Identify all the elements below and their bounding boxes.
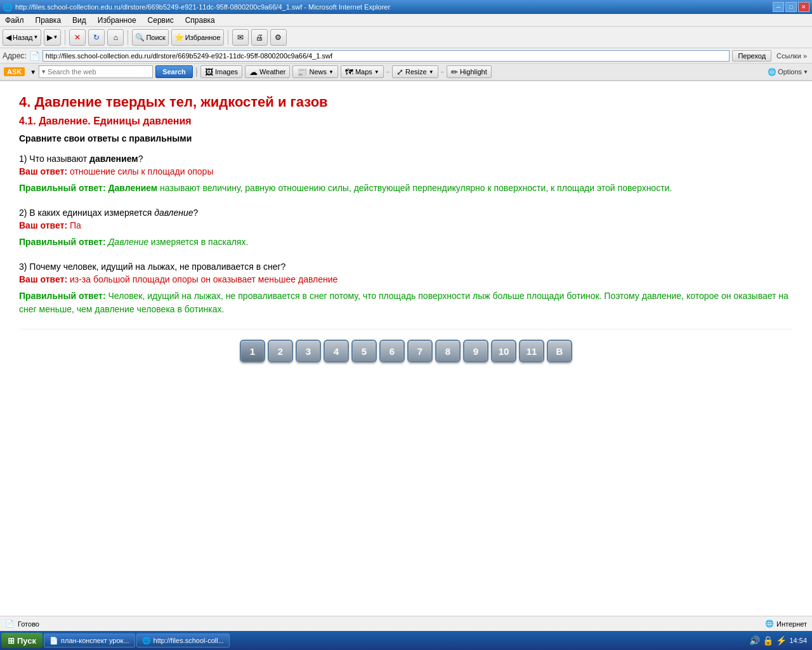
nav-btn-3[interactable]: 3 xyxy=(296,340,321,362)
toolbar-separator-1 xyxy=(65,30,65,45)
news-button[interactable]: 📰 News ▼ xyxy=(292,65,337,78)
title-bar-left: 🌐 http://files.school-collection.edu.ru/… xyxy=(3,3,390,12)
minimize-button[interactable]: ─ xyxy=(773,2,784,12)
correct-text-3: Человек, идущий на лыжах, не проваливает… xyxy=(19,291,789,314)
print-icon: 🖨 xyxy=(256,33,263,42)
nav-btn-2[interactable]: 2 xyxy=(268,340,293,362)
highlight-button[interactable]: ✏ Highlight xyxy=(447,65,492,78)
images-icon: 🖼 xyxy=(205,67,213,77)
nav-btn-В[interactable]: В xyxy=(547,340,572,362)
home-button[interactable]: ⌂ xyxy=(107,29,124,46)
toolbar-separator-2 xyxy=(128,30,128,45)
ask-toolbar-sep3: - xyxy=(441,66,444,77)
browser-toolbar: ◀ Назад ▼ ▶ ▼ ✕ ↻ ⌂ 🔍 Поиск ⭐ Избранное … xyxy=(0,27,812,48)
address-input[interactable] xyxy=(43,50,730,62)
refresh-button[interactable]: ↻ xyxy=(88,29,105,46)
search-input-dropdown[interactable]: ▼ xyxy=(41,69,46,75)
search-toolbar-label: Поиск xyxy=(146,34,165,41)
nav-btn-4[interactable]: 4 xyxy=(324,340,349,362)
nav-btn-9[interactable]: 9 xyxy=(463,340,488,362)
menu-help[interactable]: Справка xyxy=(183,15,218,26)
links-button[interactable]: Ссылки » xyxy=(774,52,809,60)
nav-btn-8[interactable]: 8 xyxy=(435,340,461,362)
correct-text-2: измеряется в паскалях. xyxy=(151,237,248,247)
menu-file[interactable]: Файл xyxy=(3,15,27,26)
correct-answer-label-3: Правильный ответ: xyxy=(19,291,106,301)
nav-btn-5[interactable]: 5 xyxy=(351,340,377,362)
options-icon: 🌐 xyxy=(768,68,776,76)
nav-btn-11[interactable]: 11 xyxy=(519,340,544,362)
user-answer-3: Ваш ответ: из-за большой площади опоры о… xyxy=(19,274,793,284)
resize-button[interactable]: ⤢ Resize ▼ xyxy=(392,65,438,78)
window-title: http://files.school-collection.edu.ru/dl… xyxy=(15,3,390,11)
toolbar-dropdown-icon[interactable]: ▼ xyxy=(30,69,36,76)
maximize-button[interactable]: □ xyxy=(785,2,797,12)
stop-button[interactable]: ✕ xyxy=(69,29,86,46)
options-label: Options xyxy=(778,68,802,76)
options-button[interactable]: 🌐 Options ▼ xyxy=(768,68,808,76)
options-dropdown-icon[interactable]: ▼ xyxy=(803,69,808,75)
resize-dropdown-icon[interactable]: ▼ xyxy=(429,69,434,75)
menu-edit[interactable]: Правка xyxy=(33,15,64,26)
nav-btn-7[interactable]: 7 xyxy=(407,340,433,362)
address-bar: Адрес: 📄 Переход Ссылки » xyxy=(0,48,812,63)
go-button[interactable]: Переход xyxy=(732,50,771,62)
search-button[interactable]: Search xyxy=(155,65,193,78)
mail-button[interactable]: ✉ xyxy=(232,29,249,46)
search-toolbar-button[interactable]: 🔍 Поиск xyxy=(132,29,168,46)
user-answer-text-2: Па xyxy=(70,220,81,230)
correct-answer-3: Правильный ответ: Человек, идущий на лыж… xyxy=(19,289,793,316)
maps-button[interactable]: 🗺 Maps ▼ xyxy=(341,65,384,78)
back-dropdown-icon[interactable]: ▼ xyxy=(34,34,39,40)
search-input-wrap: ▼ xyxy=(39,65,153,78)
question-text-1: 1) Что называют давлением? xyxy=(19,154,793,164)
more-tools-button[interactable]: ⚙ xyxy=(270,29,287,46)
menu-tools[interactable]: Сервис xyxy=(145,15,176,26)
ask-toolbar-sep: | xyxy=(195,66,198,77)
forward-button[interactable]: ▶ ▼ xyxy=(44,29,61,46)
menu-favorites[interactable]: Избранное xyxy=(95,15,139,26)
star-icon: ⭐ xyxy=(174,33,184,42)
ask-toolbar: ASK ▼ ▼ Search | 🖼 Images ☁ Weather 📰 Ne… xyxy=(0,63,812,81)
title-bar-controls: ─ □ ✕ xyxy=(773,2,809,12)
search-icon: 🔍 xyxy=(135,33,145,42)
nav-btn-10[interactable]: 10 xyxy=(491,340,516,362)
menu-view[interactable]: Вид xyxy=(70,15,89,26)
user-answer-text-1: отношение силы к площади опоры xyxy=(70,166,214,176)
toolbar-separator-3 xyxy=(228,30,228,45)
nav-btn-1[interactable]: 1 xyxy=(240,340,265,362)
home-icon: ⌂ xyxy=(114,33,118,42)
ie-icon: 🌐 xyxy=(3,3,13,12)
forward-dropdown-icon[interactable]: ▼ xyxy=(53,34,58,40)
images-button[interactable]: 🖼 Images xyxy=(200,65,242,78)
question-text-2: 2) В каких единицах измеряется давление? xyxy=(19,208,793,218)
maps-label: Maps xyxy=(355,68,372,76)
stop-icon: ✕ xyxy=(74,33,81,42)
print-button[interactable]: 🖨 xyxy=(251,29,268,46)
correct-answer-label-1: Правильный ответ: xyxy=(19,183,106,193)
correct-answer-label-2: Правильный ответ: xyxy=(19,237,106,247)
main-title: 4. Давление твердых тел, жидкостей и газ… xyxy=(19,94,793,110)
weather-icon: ☁ xyxy=(249,67,258,77)
user-answer-label-2: Ваш ответ: xyxy=(19,220,67,230)
nav-btn-6[interactable]: 6 xyxy=(379,340,405,362)
instruction: Сравните свои ответы с правильными xyxy=(19,133,793,143)
favorites-toolbar-button[interactable]: ⭐ Избранное xyxy=(171,29,224,46)
maps-icon: 🗺 xyxy=(345,67,353,77)
back-button[interactable]: ◀ Назад ▼ xyxy=(3,29,41,46)
refresh-icon: ↻ xyxy=(93,33,100,42)
ask-logo: ASK xyxy=(4,67,25,76)
page-icon: 📄 xyxy=(29,51,40,61)
user-answer-text-3: из-за большой площади опоры он оказывает… xyxy=(70,274,337,284)
q1-bold: давлением xyxy=(89,154,138,164)
weather-button[interactable]: ☁ Weather xyxy=(245,65,290,78)
news-dropdown-icon[interactable]: ▼ xyxy=(329,69,334,75)
maps-dropdown-icon[interactable]: ▼ xyxy=(374,69,379,75)
close-button[interactable]: ✕ xyxy=(798,2,809,12)
question-block-3: 3) Почему человек, идущий на лыжах, не п… xyxy=(19,262,793,316)
more-icon: ⚙ xyxy=(275,33,282,42)
user-answer-label-1: Ваш ответ: xyxy=(19,166,67,176)
search-input[interactable] xyxy=(46,68,141,76)
highlight-icon: ✏ xyxy=(451,67,458,77)
news-label: News xyxy=(309,68,327,76)
